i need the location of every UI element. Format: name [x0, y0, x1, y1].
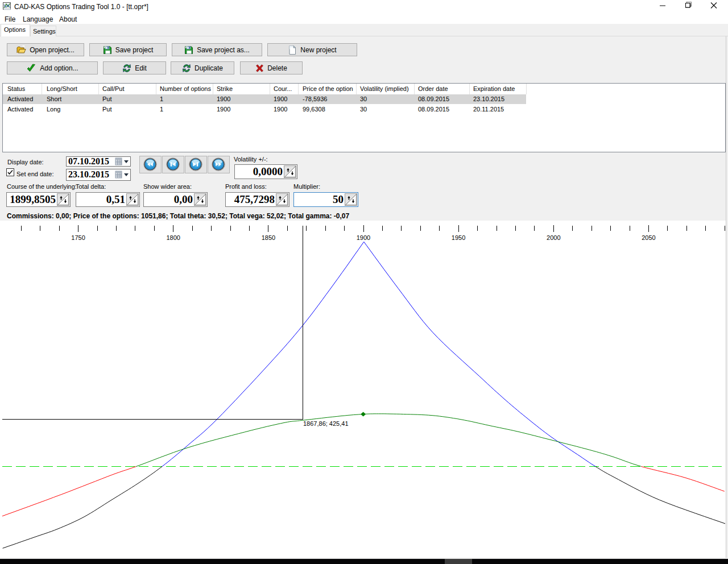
svg-text:2050: 2050: [642, 234, 655, 241]
svg-text:2000: 2000: [547, 234, 560, 241]
svg-text:1800: 1800: [166, 234, 180, 241]
svg-text:1850: 1850: [262, 234, 275, 241]
svg-text:1867,86; 425,41: 1867,86; 425,41: [303, 420, 349, 427]
svg-text:1900: 1900: [357, 234, 370, 241]
svg-text:1750: 1750: [71, 234, 85, 241]
svg-text:1950: 1950: [452, 234, 465, 241]
